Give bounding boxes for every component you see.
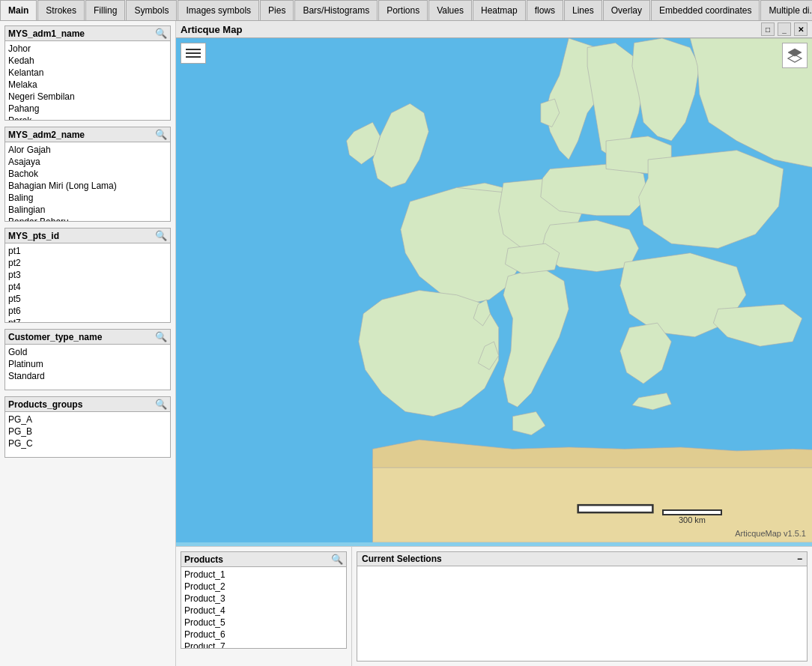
- filter-box-customer_type: Customer_type_name🔍GoldPlatinumStandard: [4, 329, 171, 390]
- filter-header-products_groups: Products_groups🔍: [5, 397, 170, 412]
- list-item[interactable]: Kedah: [8, 55, 167, 67]
- products-filter-title: Products: [184, 554, 223, 565]
- list-item[interactable]: Product_2: [184, 581, 343, 593]
- list-item[interactable]: Kelantan: [8, 67, 167, 79]
- map-scale-label: 300 km: [679, 515, 706, 524]
- tab-bars-histograms[interactable]: Bars/Histograms: [294, 0, 378, 20]
- filter-list-mys_pts: pt1pt2pt3pt4pt5pt6pt7: [5, 243, 170, 322]
- hamburger-line-1: [186, 49, 201, 50]
- filter-list-mys_adm2: Alor GajahAsajayaBachokBahagian Miri (Lo…: [5, 142, 170, 221]
- list-item[interactable]: Bahagian Miri (Long Lama): [8, 180, 167, 192]
- current-selections-box: Current Selections −: [357, 551, 808, 662]
- tab-lines[interactable]: Lines: [564, 0, 602, 20]
- filter-list-mys_adm1: JohorKedahKelantanMelakaNegeri SembilanP…: [5, 41, 170, 120]
- list-item[interactable]: pt2: [8, 257, 167, 269]
- filter-title-mys_adm1: MYS_adm1_name: [8, 28, 85, 39]
- map-title-bar: Articque Map □ _ ✕: [176, 21, 812, 38]
- left-panel: MYS_adm1_name🔍JohorKedahKelantanMelakaNe…: [0, 21, 176, 666]
- filter-header-mys_adm2: MYS_adm2_name🔍: [5, 127, 170, 142]
- filter-search-icon-mys_pts[interactable]: 🔍: [155, 230, 167, 241]
- map-title: Articque Map: [181, 24, 242, 35]
- list-item[interactable]: Platinum: [8, 358, 167, 370]
- list-item[interactable]: pt6: [8, 305, 167, 317]
- list-item[interactable]: Product_3: [184, 593, 343, 605]
- products-search-icon[interactable]: 🔍: [331, 554, 343, 565]
- list-item[interactable]: Balingian: [8, 204, 167, 216]
- filter-search-icon-customer_type[interactable]: 🔍: [155, 331, 167, 342]
- map-close-button[interactable]: ✕: [794, 22, 808, 36]
- filter-box-mys_adm2: MYS_adm2_name🔍Alor GajahAsajayaBachokBah…: [4, 127, 171, 222]
- tab-portions[interactable]: Portions: [378, 0, 428, 20]
- tab-multiple-di---[interactable]: Multiple di...: [760, 0, 812, 20]
- filter-search-icon-products_groups[interactable]: 🔍: [155, 399, 167, 410]
- hamburger-line-3: [186, 56, 201, 58]
- list-item[interactable]: Product_6: [184, 629, 343, 641]
- filter-header-mys_pts: MYS_pts_id🔍: [5, 228, 170, 243]
- tab-symbols[interactable]: Symbols: [126, 0, 177, 20]
- current-selections-content: [357, 566, 807, 659]
- list-item[interactable]: pt3: [8, 269, 167, 281]
- map-layers-button[interactable]: [782, 43, 808, 68]
- list-item[interactable]: Gold: [8, 346, 167, 358]
- filter-title-products_groups: Products_groups: [8, 399, 82, 410]
- list-item[interactable]: pt4: [8, 281, 167, 293]
- filter-search-icon-mys_adm2[interactable]: 🔍: [155, 129, 167, 140]
- layers-icon: [787, 47, 803, 64]
- list-item[interactable]: PG_B: [8, 426, 167, 438]
- tab-embedded-coordinates[interactable]: Embedded coordinates: [651, 0, 760, 20]
- list-item[interactable]: Pahang: [8, 103, 167, 115]
- list-item[interactable]: PG_A: [8, 414, 167, 426]
- map-container: Articque Map □ _ ✕: [176, 21, 812, 546]
- filter-search-icon-mys_adm1[interactable]: 🔍: [155, 28, 167, 39]
- list-item[interactable]: Perak: [8, 115, 167, 120]
- tab-strokes[interactable]: Strokes: [37, 0, 85, 20]
- tab-heatmap[interactable]: Heatmap: [473, 0, 526, 20]
- list-item[interactable]: Product_5: [184, 617, 343, 629]
- current-selections-header: Current Selections −: [357, 552, 807, 566]
- filter-header-mys_adm1: MYS_adm1_name🔍: [5, 26, 170, 41]
- tab-images-symbols[interactable]: Images symbols: [178, 0, 259, 20]
- list-item[interactable]: Standard: [8, 370, 167, 382]
- tab-flows[interactable]: flows: [527, 0, 563, 20]
- list-item[interactable]: Melaka: [8, 79, 167, 91]
- list-item[interactable]: pt1: [8, 245, 167, 257]
- map-version-label: ArticqueMap v1.5.1: [735, 529, 806, 538]
- list-item[interactable]: Alor Gajah: [8, 144, 167, 156]
- right-area: Articque Map □ _ ✕: [176, 21, 812, 666]
- filter-box-mys_pts: MYS_pts_id🔍pt1pt2pt3pt4pt5pt6pt7: [4, 228, 171, 323]
- list-item[interactable]: pt7: [8, 317, 167, 322]
- hamburger-line-2: [186, 52, 201, 54]
- tab-overlay[interactable]: Overlay: [603, 0, 650, 20]
- tab-values[interactable]: Values: [428, 0, 472, 20]
- map-menu-button[interactable]: [181, 43, 206, 64]
- filter-title-mys_pts: MYS_pts_id: [8, 231, 59, 241]
- current-selections-panel: Current Selections −: [352, 547, 812, 666]
- list-item[interactable]: pt5: [8, 293, 167, 305]
- bottom-left-panel: Products 🔍 Product_1Product_2Product_3Pr…: [176, 547, 352, 666]
- filter-list-products_groups: PG_APG_BPG_C: [5, 412, 170, 457]
- filter-header-customer_type: Customer_type_name🔍: [5, 330, 170, 345]
- list-item[interactable]: Asajaya: [8, 156, 167, 168]
- list-item[interactable]: Product_7: [184, 641, 343, 648]
- bottom-area: Products 🔍 Product_1Product_2Product_3Pr…: [176, 546, 812, 666]
- map-canvas: 300 km ArticqueMap v1.5.1: [176, 38, 812, 542]
- map-restore-button[interactable]: □: [761, 22, 775, 36]
- map-minimize-button[interactable]: _: [778, 22, 791, 36]
- list-item[interactable]: Baling: [8, 192, 167, 204]
- map-scale-bar: [662, 509, 722, 515]
- list-item[interactable]: Product_4: [184, 605, 343, 617]
- tab-pies[interactable]: Pies: [260, 0, 294, 20]
- map-scale: 300 km: [662, 509, 722, 524]
- tab-filling[interactable]: Filling: [85, 0, 125, 20]
- tab-main[interactable]: Main: [0, 0, 37, 20]
- list-item[interactable]: PG_C: [8, 438, 167, 449]
- list-item[interactable]: Product_1: [184, 569, 343, 581]
- list-item[interactable]: Bachok: [8, 168, 167, 180]
- list-item[interactable]: Negeri Sembilan: [8, 91, 167, 103]
- current-selections-minimize-icon[interactable]: −: [797, 554, 802, 564]
- filter-box-products_groups: Products_groups🔍PG_APG_BPG_C: [4, 396, 171, 458]
- products-filter-box: Products 🔍 Product_1Product_2Product_3Pr…: [181, 551, 347, 649]
- products-filter-header: Products 🔍: [181, 552, 346, 567]
- list-item[interactable]: Bandar Baharu: [8, 216, 167, 221]
- list-item[interactable]: Johor: [8, 43, 167, 55]
